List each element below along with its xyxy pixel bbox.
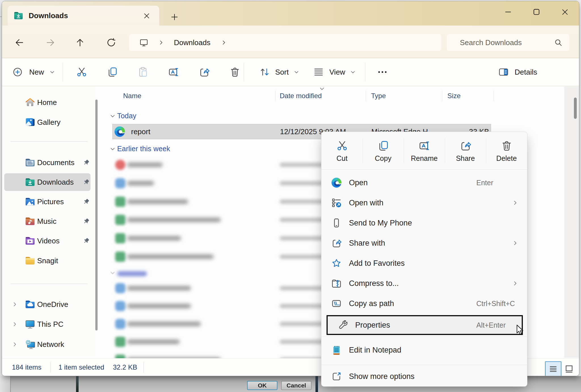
details-button[interactable]: Details	[498, 58, 537, 86]
blurred-file-name	[127, 304, 191, 308]
pin-icon	[83, 237, 90, 245]
back-button[interactable]	[10, 33, 28, 52]
paste-icon	[137, 66, 149, 78]
sidebar-item-this-pc[interactable]: This PC	[4, 315, 90, 333]
share-button[interactable]	[196, 64, 212, 80]
window-controls	[494, 4, 579, 20]
menu-item-properties[interactable]: Properties Alt+Enter	[327, 315, 523, 335]
view-button-label: View	[329, 68, 345, 77]
column-separator[interactable]	[442, 90, 442, 101]
sidebar-item-label: Network	[37, 340, 64, 349]
menu-item-add-to-favorites[interactable]: Add to Favorites	[321, 253, 527, 273]
group-header-last-week[interactable]	[117, 271, 147, 276]
menu-item-edit-in-notepad[interactable]: Edit in Notepad	[321, 340, 527, 360]
content-view-toggle[interactable]	[564, 365, 574, 373]
menu-item-show-more-options[interactable]: Show more options	[321, 366, 527, 386]
quick-action-label: Cut	[336, 154, 348, 163]
cancel-button[interactable]: Cancel	[281, 381, 311, 390]
blurred-file-icon	[115, 233, 125, 243]
menu-item-label: Add to Favorites	[349, 259, 405, 267]
sidebar-item-label: Pictures	[37, 197, 64, 206]
sidebar-scrollbar[interactable]	[95, 100, 98, 330]
menu-item-open-with[interactable]: Open with	[321, 193, 527, 213]
address-bar[interactable]: Downloads	[129, 34, 441, 51]
delete-button[interactable]	[227, 64, 243, 80]
sidebar-item-downloads[interactable]: Downloads	[4, 173, 90, 191]
context-share-button[interactable]: Share	[445, 132, 486, 169]
copy-icon	[107, 66, 118, 78]
chevron-right-icon[interactable]	[12, 301, 18, 307]
file-name: report	[131, 127, 150, 136]
chevron-right-icon[interactable]	[12, 341, 18, 347]
paste-button[interactable]	[135, 64, 151, 80]
sidebar-item-gallery[interactable]: Gallery	[4, 113, 90, 131]
sidebar-item-pictures[interactable]: Pictures	[4, 193, 90, 210]
context-delete-button[interactable]: Delete	[486, 132, 527, 169]
chevron-down-icon	[350, 69, 356, 75]
menu-item-share-with[interactable]: Share with	[321, 233, 527, 253]
context-copy-button[interactable]: Copy	[363, 132, 404, 169]
background-divider-right	[315, 376, 318, 392]
forward-button[interactable]	[41, 33, 60, 52]
column-header-size[interactable]: Size	[447, 89, 461, 102]
breadcrumb-location[interactable]: Downloads	[174, 38, 210, 47]
search-icon[interactable]	[554, 38, 563, 47]
onedrive-folder-icon	[25, 299, 35, 310]
sidebar-item-network[interactable]: Network	[4, 336, 90, 353]
blurred-file-name	[127, 236, 181, 241]
collapse-group-icon[interactable]	[110, 146, 116, 152]
refresh-button[interactable]	[102, 33, 120, 52]
menu-item-open[interactable]: Open Enter	[321, 172, 527, 193]
sidebar-item-documents[interactable]: Documents	[4, 154, 90, 171]
view-button[interactable]: View	[313, 58, 356, 86]
tab-downloads[interactable]: Downloads	[8, 6, 159, 26]
sidebar-item-snagit[interactable]: Snagit	[4, 252, 90, 269]
context-rename-button[interactable]: Rename	[404, 132, 445, 169]
group-header-today[interactable]: Today	[117, 112, 136, 120]
details-panel-icon	[498, 67, 509, 77]
menu-item-copy-as-path[interactable]: Copy as path Ctrl+Shift+C	[321, 293, 527, 313]
tab-close-button[interactable]	[141, 10, 152, 21]
column-header-type[interactable]: Type	[371, 89, 386, 102]
minimize-button[interactable]	[494, 4, 522, 20]
new-tab-button[interactable]	[169, 12, 180, 22]
back-icon	[14, 37, 24, 48]
close-button[interactable]	[551, 4, 579, 20]
sidebar-item-onedrive[interactable]: OneDrive	[4, 296, 90, 313]
context-cut-button[interactable]: Cut	[321, 132, 363, 169]
ok-button[interactable]: OK	[247, 381, 277, 390]
scrollbar-thumb[interactable]	[574, 98, 577, 119]
column-separator[interactable]	[275, 90, 275, 101]
chevron-right-icon[interactable]	[12, 321, 18, 327]
sidebar-item-home[interactable]: Home	[4, 94, 90, 111]
sidebar-item-videos[interactable]: Videos	[4, 232, 90, 250]
selection-count: 1 item selected	[58, 363, 104, 371]
details-button-label: Details	[515, 68, 537, 77]
group-header-earlier-this-week[interactable]: Earlier this week	[117, 145, 170, 153]
copy-button[interactable]	[104, 64, 120, 80]
scrollbar-track[interactable]	[564, 87, 579, 358]
column-header-date[interactable]: Date modified	[280, 89, 322, 102]
copy-as-path-icon	[331, 298, 342, 309]
cut-icon	[336, 140, 348, 152]
maximize-button[interactable]	[522, 4, 551, 20]
menu-item-compress-to[interactable]: Compress to...	[321, 273, 527, 293]
column-separator[interactable]	[366, 90, 366, 101]
menu-item-send-to-phone[interactable]: Send to My Phone	[321, 213, 527, 233]
details-view-toggle[interactable]	[545, 361, 561, 376]
cut-button[interactable]	[74, 64, 90, 80]
column-header-name[interactable]: Name	[123, 89, 141, 102]
up-button[interactable]	[71, 33, 89, 52]
collapse-group-icon[interactable]	[110, 113, 116, 119]
search-input[interactable]: Search Downloads	[447, 34, 569, 51]
new-button[interactable]: New	[12, 58, 55, 86]
collapse-group-icon[interactable]	[110, 270, 116, 276]
sidebar-item-music[interactable]: Music	[4, 212, 90, 230]
menu-item-shortcut: Enter	[476, 178, 493, 187]
sort-button[interactable]: Sort	[259, 58, 300, 86]
rename-button[interactable]	[166, 64, 182, 80]
more-options-button[interactable]	[374, 64, 390, 80]
breadcrumb-chevron-icon[interactable]	[221, 39, 227, 46]
titlebar: Downloads	[2, 1, 579, 26]
column-separator[interactable]	[494, 90, 494, 101]
